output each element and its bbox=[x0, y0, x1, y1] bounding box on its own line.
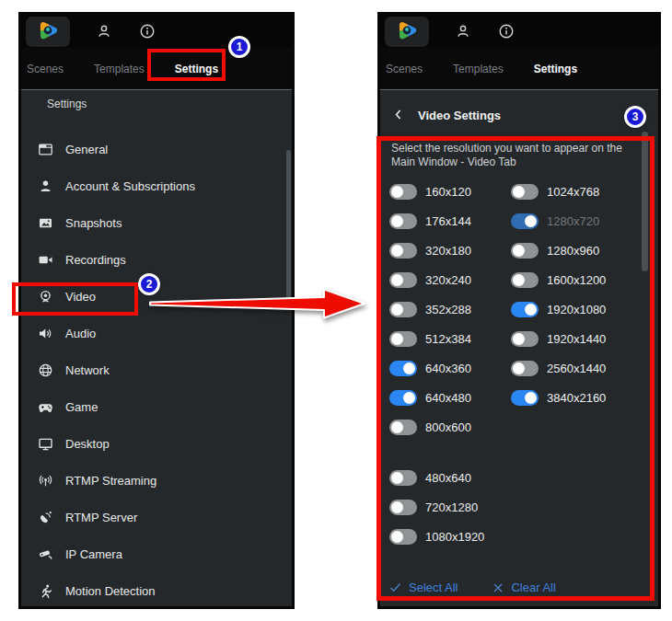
info-icon[interactable] bbox=[138, 22, 156, 40]
tab-settings[interactable]: Settings bbox=[175, 63, 218, 75]
menu-item-game[interactable]: Game bbox=[21, 388, 292, 425]
menu-item-rtmp-streaming[interactable]: RTMP Streaming bbox=[21, 462, 292, 499]
resolution-row-1280x720: 1280x720 bbox=[511, 206, 606, 236]
tab-settings[interactable]: Settings bbox=[534, 63, 577, 75]
menu-item-audio[interactable]: Audio bbox=[21, 315, 292, 351]
resolution-label: 512x384 bbox=[425, 332, 471, 346]
resolution-row-1280x960: 1280x960 bbox=[511, 236, 606, 265]
page-title: Settings bbox=[47, 98, 87, 110]
clear-all-label: Clear All bbox=[511, 581, 555, 594]
toggle-switch[interactable] bbox=[389, 184, 417, 200]
resolution-label: 352x288 bbox=[425, 303, 471, 316]
toggle-switch[interactable] bbox=[389, 470, 417, 486]
tab-templates[interactable]: Templates bbox=[94, 63, 145, 75]
resolution-column-portrait: 480x640 720x1280 1080x1920 bbox=[389, 463, 484, 551]
resolution-row-480x640: 480x640 bbox=[389, 463, 484, 492]
toggle-switch[interactable] bbox=[511, 302, 539, 317]
back-button[interactable] bbox=[391, 107, 407, 123]
resolution-label: 160x120 bbox=[425, 185, 471, 199]
resolution-row-1600x1200: 1600x1200 bbox=[511, 265, 606, 294]
menu-item-desktop[interactable]: Desktop bbox=[21, 425, 292, 462]
window-icon bbox=[38, 142, 53, 157]
clear-all-button[interactable]: Clear All bbox=[492, 581, 555, 594]
toggle-switch[interactable] bbox=[389, 331, 417, 347]
app-header bbox=[380, 15, 658, 48]
resolution-row-352x288: 352x288 bbox=[389, 294, 471, 324]
resolution-label: 3840x2160 bbox=[547, 391, 606, 405]
toggle-switch[interactable] bbox=[511, 390, 539, 406]
selection-footer: Select All Clear All bbox=[389, 581, 556, 594]
resolution-row-1024x768: 1024x768 bbox=[511, 177, 606, 206]
menu-item-network[interactable]: Network bbox=[21, 351, 292, 388]
resolution-label: 640x480 bbox=[425, 391, 471, 405]
webcam-icon bbox=[38, 289, 53, 305]
menu-item-ip-camera[interactable]: IP Camera bbox=[21, 535, 292, 572]
toggle-switch[interactable] bbox=[511, 213, 539, 229]
description-text: Select the resolution you want to appear… bbox=[391, 142, 649, 169]
menu-label: Desktop bbox=[65, 437, 110, 451]
toggle-switch[interactable] bbox=[389, 272, 417, 288]
speaker-icon bbox=[38, 326, 53, 341]
resolution-row-1080x1920: 1080x1920 bbox=[389, 522, 484, 551]
screenshot-canvas: Scenes Templates Settings Settings Gener… bbox=[0, 0, 672, 621]
menu-item-motion-detection[interactable]: Motion Detection bbox=[21, 572, 292, 606]
toggle-switch[interactable] bbox=[511, 272, 539, 288]
tab-scenes[interactable]: Scenes bbox=[386, 63, 423, 75]
resolution-row-2560x1440: 2560x1440 bbox=[511, 353, 606, 383]
toggle-switch[interactable] bbox=[389, 420, 417, 435]
globe-icon bbox=[38, 362, 53, 378]
youcam-logo-icon bbox=[37, 20, 60, 42]
menu-item-general[interactable]: General bbox=[21, 131, 292, 167]
menu-label: Snapshots bbox=[65, 216, 122, 230]
resolution-row-3840x2160: 3840x2160 bbox=[511, 383, 606, 412]
resolution-column-2: 1024x768 1280x720 1280x960 1600x1200 192… bbox=[511, 177, 606, 412]
check-icon bbox=[389, 581, 401, 593]
tab-templates[interactable]: Templates bbox=[453, 63, 504, 75]
info-icon[interactable] bbox=[497, 22, 516, 40]
toggle-switch[interactable] bbox=[389, 500, 417, 515]
page-title: Video Settings bbox=[418, 109, 501, 122]
toggle-switch[interactable] bbox=[511, 361, 539, 376]
toggle-switch[interactable] bbox=[389, 243, 417, 259]
settings-body: Settings General Account & Subscriptions… bbox=[21, 90, 292, 606]
broadcast-icon bbox=[38, 473, 53, 489]
video-settings-header: Video Settings bbox=[391, 107, 501, 123]
settings-menu: General Account & Subscriptions Snapshot… bbox=[21, 131, 292, 606]
toggle-switch[interactable] bbox=[511, 184, 539, 200]
select-all-button[interactable]: Select All bbox=[389, 581, 458, 594]
tab-scenes[interactable]: Scenes bbox=[27, 63, 64, 75]
toggle-switch[interactable] bbox=[389, 302, 417, 317]
menu-item-rtmp-server[interactable]: RTMP Server bbox=[21, 499, 292, 535]
menu-item-account-subscriptions[interactable]: Account & Subscriptions bbox=[21, 167, 292, 204]
toggle-switch[interactable] bbox=[389, 213, 417, 229]
account-icon[interactable] bbox=[454, 22, 472, 40]
menu-item-video[interactable]: Video bbox=[21, 278, 292, 315]
resolution-label: 320x240 bbox=[425, 273, 471, 287]
toggle-switch[interactable] bbox=[389, 390, 417, 406]
resolution-label: 1280x960 bbox=[547, 244, 599, 258]
resolution-row-720x1280: 720x1280 bbox=[389, 492, 484, 522]
resolution-row-1920x1080: 1920x1080 bbox=[511, 294, 606, 324]
resolution-label: 480x640 bbox=[425, 471, 471, 485]
resolution-label: 1080x1920 bbox=[425, 530, 484, 544]
menu-label: Audio bbox=[65, 327, 96, 340]
menu-label: Video bbox=[65, 290, 96, 304]
resolution-label: 1280x720 bbox=[547, 214, 599, 228]
menu-item-recordings[interactable]: Recordings bbox=[21, 241, 292, 278]
right-scrollbar-thumb[interactable] bbox=[642, 132, 648, 271]
video-settings-body: Video Settings Select the resolution you… bbox=[380, 90, 658, 606]
resolution-label: 640x360 bbox=[425, 362, 471, 375]
resolution-row-800x600: 800x600 bbox=[389, 412, 471, 442]
menu-item-snapshots[interactable]: Snapshots bbox=[21, 204, 292, 241]
toggle-switch[interactable] bbox=[511, 243, 539, 259]
menu-label: Account & Subscriptions bbox=[65, 179, 195, 193]
menu-label: IP Camera bbox=[65, 547, 122, 561]
toggle-switch[interactable] bbox=[389, 361, 417, 376]
resolution-row-640x480: 640x480 bbox=[389, 383, 471, 412]
account-icon[interactable] bbox=[95, 22, 113, 40]
resolution-row-512x384: 512x384 bbox=[389, 324, 471, 353]
toggle-switch[interactable] bbox=[389, 529, 417, 545]
toggle-switch[interactable] bbox=[511, 331, 539, 347]
left-scrollbar-thumb[interactable] bbox=[286, 150, 291, 303]
monitor-icon bbox=[38, 436, 53, 452]
